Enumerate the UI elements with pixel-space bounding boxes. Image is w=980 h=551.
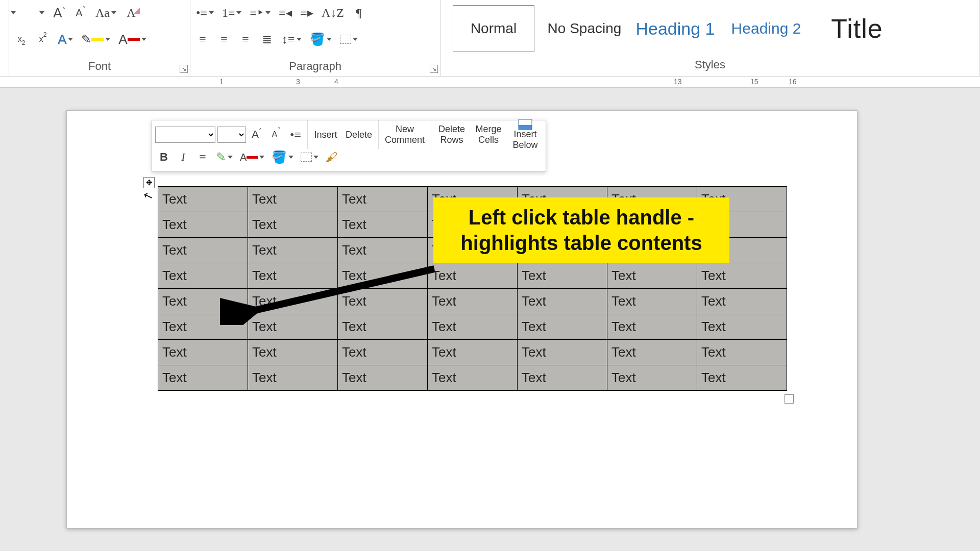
paragraph-group-label: Paragraph xyxy=(193,58,437,76)
justify-button[interactable]: ≣ xyxy=(258,30,276,49)
table-cell[interactable]: Text xyxy=(158,340,248,365)
table-cell[interactable]: Text xyxy=(607,365,697,391)
cell-text: Text xyxy=(252,242,280,258)
style-title[interactable]: Title xyxy=(816,5,898,52)
grow-font-button[interactable]: A˄ xyxy=(50,3,68,22)
page[interactable]: Left click table handle - highlights tab… xyxy=(66,110,857,529)
borders-button[interactable] xyxy=(337,30,360,49)
mini-italic-button[interactable]: I xyxy=(175,148,192,166)
cell-text: Text xyxy=(162,344,190,360)
numbering-button[interactable]: 1≡ xyxy=(219,3,244,22)
cell-text: Text xyxy=(342,370,370,386)
style-normal[interactable]: Normal xyxy=(453,5,534,52)
table-cell[interactable]: Text xyxy=(428,289,518,314)
mini-grow-font-button[interactable]: A˄ xyxy=(248,126,265,143)
mini-font-size-input[interactable] xyxy=(217,127,246,143)
table-cell[interactable]: Text xyxy=(428,314,518,340)
clear-formatting-button[interactable]: A◢ xyxy=(122,3,140,22)
table-cell[interactable]: Text xyxy=(607,263,697,289)
cell-text: Text xyxy=(252,370,280,386)
table-cell[interactable]: Text xyxy=(338,340,428,365)
highlight-color-button[interactable]: ✎ xyxy=(79,30,113,49)
table-cell[interactable]: Text xyxy=(158,187,248,212)
separator xyxy=(378,120,379,149)
table-cell[interactable]: Text xyxy=(248,365,338,391)
style-no-spacing[interactable]: No Spacing xyxy=(544,5,625,52)
mini-shading-button[interactable]: 🪣 xyxy=(269,148,296,166)
table-cell[interactable]: Text xyxy=(697,365,787,391)
table-cell[interactable]: Text xyxy=(248,212,338,238)
table-cell[interactable]: Text xyxy=(607,289,697,314)
ruler-tick: 15 xyxy=(750,78,758,86)
table-cell[interactable]: Text xyxy=(518,289,607,314)
table-cell[interactable]: Text xyxy=(158,365,248,391)
mini-bold-button[interactable]: B xyxy=(155,148,173,166)
table-move-handle[interactable]: ✥ xyxy=(143,177,155,188)
paragraph-dialog-launcher[interactable]: ↘ xyxy=(430,65,438,73)
table-cell[interactable]: Text xyxy=(518,365,607,391)
separator xyxy=(431,120,431,149)
text-effects-button[interactable]: A xyxy=(55,30,76,49)
table-cell[interactable]: Text xyxy=(248,340,338,365)
mini-highlight-button[interactable]: ✎ xyxy=(213,148,235,166)
table-cell[interactable]: Text xyxy=(338,187,428,212)
bullets-button[interactable]: •≡ xyxy=(193,3,216,22)
table-row[interactable]: TextTextTextTextTextTextText xyxy=(158,365,787,391)
mini-borders-button[interactable] xyxy=(298,148,321,166)
table-cell[interactable]: Text xyxy=(338,365,428,391)
mini-font-color-button[interactable]: A xyxy=(237,148,267,166)
sort-button[interactable]: A↓Z xyxy=(319,3,347,22)
increase-indent-button[interactable]: ≡▸ xyxy=(298,3,316,22)
line-spacing-button[interactable]: ↕≡ xyxy=(279,30,304,49)
table-cell[interactable]: Text xyxy=(697,340,787,365)
change-case-button[interactable]: Aa xyxy=(93,3,119,22)
multilevel-list-button[interactable]: ≡‣ xyxy=(247,3,273,22)
mini-delete-button[interactable]: Delete xyxy=(342,126,375,143)
style-heading-2[interactable]: Heading 2 xyxy=(725,5,807,52)
table-cell[interactable]: Text xyxy=(158,212,248,238)
style-heading-1[interactable]: Heading 1 xyxy=(634,5,716,52)
horizontal-ruler[interactable]: 1 3 4 13 15 16 xyxy=(0,77,980,88)
font-dialog-launcher[interactable]: ↘ xyxy=(180,65,188,73)
align-left-button[interactable]: ≡ xyxy=(193,30,212,49)
show-hide-marks-button[interactable]: ¶ xyxy=(350,3,368,22)
table-cell[interactable]: Text xyxy=(697,314,787,340)
table-cell[interactable]: Text xyxy=(428,263,518,289)
table-cell[interactable]: Text xyxy=(518,314,607,340)
table-row[interactable]: TextTextTextTextTextTextText xyxy=(158,340,787,365)
table-cell[interactable]: Text xyxy=(518,340,607,365)
table-cell[interactable]: Text xyxy=(248,238,338,263)
mini-insert-button[interactable]: Insert xyxy=(311,126,340,143)
table-cell[interactable]: Text xyxy=(428,365,518,391)
subscript-button[interactable]: x2 xyxy=(12,30,31,49)
table-cell[interactable]: Text xyxy=(428,340,518,365)
mini-shrink-font-button[interactable]: A˅ xyxy=(267,126,285,143)
table-cell[interactable]: Text xyxy=(338,212,428,238)
superscript-button[interactable]: x2 xyxy=(34,30,52,49)
mini-bullets-button[interactable]: •≡ xyxy=(287,126,304,143)
table-cell[interactable]: Text xyxy=(248,187,338,212)
cell-text: Text xyxy=(522,293,549,309)
mini-format-painter-button[interactable]: 🖌 xyxy=(323,148,340,166)
cell-text: Text xyxy=(162,217,190,233)
align-right-button[interactable]: ≡ xyxy=(236,30,255,49)
table-resize-handle[interactable] xyxy=(785,394,794,404)
table-cell[interactable]: Text xyxy=(607,340,697,365)
mini-align-button[interactable]: ≡ xyxy=(194,148,211,166)
table-cell[interactable]: Text xyxy=(697,263,787,289)
table-cell[interactable]: Text xyxy=(338,238,428,263)
table-cell[interactable]: Text xyxy=(607,314,697,340)
shading-button[interactable]: 🪣 xyxy=(307,30,334,49)
table-cell[interactable]: Text xyxy=(158,238,248,263)
shrink-font-button[interactable]: A˅ xyxy=(71,3,90,22)
label: Rows xyxy=(440,135,463,145)
decrease-indent-button[interactable]: ≡◂ xyxy=(276,3,295,22)
table-cell[interactable]: Text xyxy=(518,263,607,289)
font-name-dropdown[interactable] xyxy=(12,3,47,22)
mini-font-name-input[interactable] xyxy=(155,127,215,143)
align-center-button[interactable]: ≡ xyxy=(215,30,233,49)
cell-text: Text xyxy=(611,268,639,284)
table-cell[interactable]: Text xyxy=(697,289,787,314)
font-color-button[interactable]: A xyxy=(116,30,149,49)
styles-group: Normal No Spacing Heading 1 Heading 2 Ti… xyxy=(440,0,980,76)
